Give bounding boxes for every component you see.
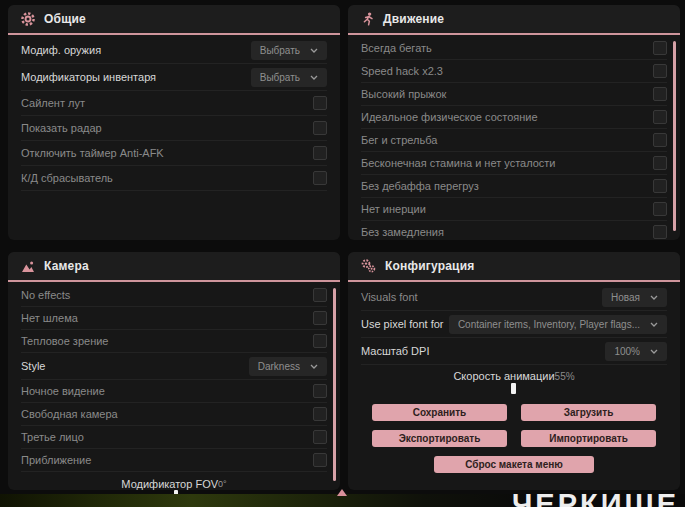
- infinite-stamina-checkbox[interactable]: [653, 156, 667, 170]
- chevron-down-icon: [310, 364, 318, 369]
- panel-general: Общие Модиф. оружия Выбрать Модификаторы…: [8, 5, 340, 240]
- panel-title: Камера: [44, 259, 89, 273]
- setting-label: Всегда бегать: [361, 42, 432, 54]
- panel-title: Движение: [383, 12, 444, 26]
- anti-afk-checkbox[interactable]: [313, 146, 327, 160]
- perfect-condition-checkbox[interactable]: [653, 110, 667, 124]
- panel-general-rows: Модиф. оружия Выбрать Модификаторы инвен…: [8, 35, 340, 191]
- setting-label: Бесконечная стамина и нет усталости: [361, 157, 556, 169]
- silent-loot-checkbox[interactable]: [313, 96, 327, 110]
- setting-label: Показать радар: [21, 122, 102, 134]
- panel-camera-rows: No effects Нет шлема Тепловое зрение Sty…: [8, 282, 340, 502]
- no-inertia-checkbox[interactable]: [653, 202, 667, 216]
- setting-row-visuals-font: Visuals font Новая: [361, 284, 667, 311]
- setting-row-animation-speed: Скорость анимации 55%: [361, 365, 667, 395]
- load-button[interactable]: Загрузить: [521, 404, 656, 421]
- weapon-mod-dropdown[interactable]: Выбрать: [251, 41, 327, 60]
- chevron-down-icon: [650, 322, 658, 327]
- panel-movement-rows: Всегда бегать Speed hack x2.3 Высокий пр…: [348, 35, 680, 243]
- panel-config-rows: Visuals font Новая Use pixel font for Co…: [348, 282, 680, 473]
- setting-row-show-radar: Показать радар: [21, 116, 327, 141]
- setting-row-perfect-condition: Идеальное физическое состояние: [361, 106, 667, 129]
- setting-label: Без замедления: [361, 226, 444, 238]
- cd-reset-checkbox[interactable]: [313, 171, 327, 185]
- setting-row-infinite-stamina: Бесконечная стамина и нет усталости: [361, 152, 667, 175]
- setting-label: К/Д сбрасыватель: [21, 172, 113, 184]
- setting-label: Speed hack x2.3: [361, 65, 443, 77]
- setting-label: Отключить таймер Anti-AFK: [21, 147, 164, 159]
- gears-icon: [361, 259, 376, 273]
- setting-row-high-jump: Высокий прыжок: [361, 83, 667, 106]
- setting-row-inventory-mods: Модификаторы инвентаря Выбрать: [21, 64, 327, 91]
- visuals-font-dropdown[interactable]: Новая: [602, 288, 667, 307]
- chevron-down-icon: [310, 48, 318, 53]
- free-camera-checkbox[interactable]: [313, 407, 327, 421]
- setting-row-free-camera: Свободная камера: [21, 403, 327, 426]
- cursor-icon: [337, 489, 347, 496]
- setting-label: Модиф. оружия: [21, 44, 101, 56]
- animation-speed-value: 55%: [555, 371, 575, 382]
- panel-movement: Движение Всегда бегать Speed hack x2.3 В…: [348, 5, 680, 240]
- gear-icon: [21, 12, 35, 26]
- speed-hack-checkbox[interactable]: [653, 64, 667, 78]
- setting-row-anti-afk: Отключить таймер Anti-AFK: [21, 141, 327, 166]
- thermal-vision-checkbox[interactable]: [313, 334, 327, 348]
- setting-label: No effects: [21, 289, 70, 301]
- setting-label: Ночное видение: [21, 385, 105, 397]
- panel-title: Общие: [44, 12, 86, 26]
- panel-movement-header: Движение: [348, 5, 680, 35]
- run-and-shoot-checkbox[interactable]: [653, 133, 667, 147]
- import-button[interactable]: Импортировать: [521, 430, 656, 447]
- chevron-down-icon: [650, 349, 658, 354]
- dpi-scale-dropdown[interactable]: 100%: [605, 342, 667, 361]
- panel-config: Конфигурация Visuals font Новая Use pixe…: [348, 252, 680, 490]
- setting-label: Нет инерции: [361, 203, 426, 215]
- setting-row-pixel-font: Use pixel font for Container items, Inve…: [361, 311, 667, 338]
- setting-row-zoom: Приближение: [21, 449, 327, 472]
- show-radar-checkbox[interactable]: [313, 121, 327, 135]
- setting-row-always-run: Всегда бегать: [361, 37, 667, 60]
- no-helmet-checkbox[interactable]: [313, 311, 327, 325]
- no-effects-checkbox[interactable]: [313, 288, 327, 302]
- export-button[interactable]: Экспортировать: [372, 430, 507, 447]
- setting-label: Модификатор FOV: [121, 478, 218, 490]
- night-vision-checkbox[interactable]: [313, 384, 327, 398]
- config-buttons-row-3: Сброс макета меню: [361, 456, 667, 473]
- config-buttons-row-2: Экспортировать Импортировать: [361, 430, 667, 447]
- movement-scrollbar[interactable]: [673, 41, 676, 231]
- setting-label: Бег и стрельба: [361, 134, 437, 146]
- setting-label: Третье лицо: [21, 431, 84, 443]
- pixel-font-dropdown[interactable]: Container items, Inventory, Player flags…: [449, 315, 667, 334]
- watermark-text: ЧЕРКИШЕ: [512, 488, 679, 507]
- panel-camera: Камера No effects Нет шлема Тепловое зре…: [8, 252, 340, 490]
- setting-label: Свободная камера: [21, 408, 118, 420]
- chevron-down-icon: [310, 75, 318, 80]
- fov-value: 0°: [218, 479, 227, 489]
- panel-config-header: Конфигурация: [348, 252, 680, 282]
- inventory-mods-dropdown[interactable]: Выбрать: [251, 68, 327, 87]
- third-person-checkbox[interactable]: [313, 430, 327, 444]
- setting-row-style: Style Darkness: [21, 353, 327, 380]
- setting-label: Идеальное физическое состояние: [361, 111, 538, 123]
- panel-title: Конфигурация: [385, 259, 474, 273]
- style-dropdown[interactable]: Darkness: [249, 357, 327, 376]
- cheat-menu-screen: Общие Модиф. оружия Выбрать Модификаторы…: [0, 0, 685, 507]
- save-button[interactable]: Сохранить: [372, 404, 507, 421]
- setting-label: Масштаб DPI: [361, 345, 429, 357]
- no-overload-checkbox[interactable]: [653, 179, 667, 193]
- animation-speed-handle[interactable]: [511, 383, 516, 394]
- setting-row-cd-reset: К/Д сбрасыватель: [21, 166, 327, 191]
- setting-label: Скорость анимации: [453, 370, 554, 382]
- high-jump-checkbox[interactable]: [653, 87, 667, 101]
- zoom-checkbox[interactable]: [313, 453, 327, 467]
- reset-menu-layout-button[interactable]: Сброс макета меню: [434, 456, 594, 473]
- setting-row-no-overload: Без дебаффа перегруз: [361, 175, 667, 198]
- camera-scrollbar[interactable]: [333, 288, 336, 481]
- image-icon: [21, 260, 35, 273]
- no-slowdown-checkbox[interactable]: [653, 225, 667, 239]
- always-run-checkbox[interactable]: [653, 41, 667, 55]
- setting-row-third-person: Третье лицо: [21, 426, 327, 449]
- panel-camera-header: Камера: [8, 252, 340, 282]
- setting-label: Высокий прыжок: [361, 88, 446, 100]
- runner-icon: [361, 12, 374, 26]
